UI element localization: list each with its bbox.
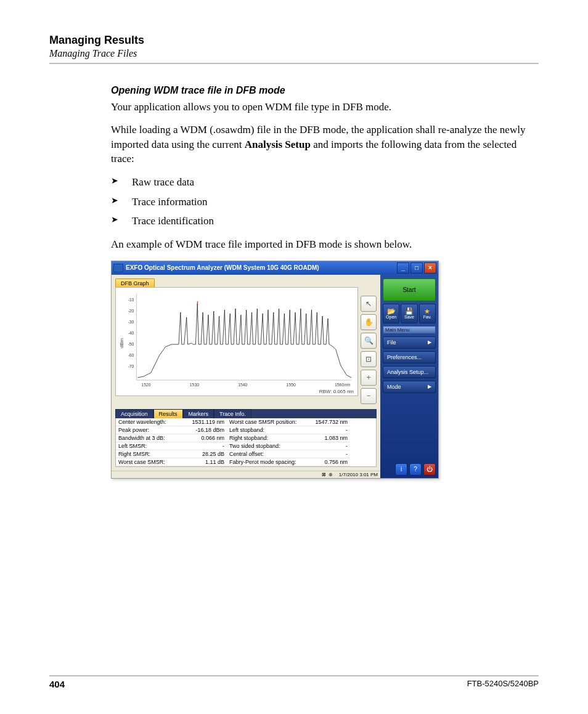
bold-text: Analysis Setup bbox=[245, 139, 311, 150]
menu-header: Main Menu bbox=[383, 326, 436, 334]
result-label: Center wavelength: bbox=[116, 418, 184, 426]
result-value: 0.756 nm bbox=[307, 458, 350, 466]
menu-analysis-setup[interactable]: Analysis Setup... bbox=[383, 366, 436, 378]
result-value: 28.25 dB bbox=[184, 450, 227, 458]
result-label: Right SMSR: bbox=[116, 450, 184, 458]
dfb-graph-tab[interactable]: DFB Graph bbox=[115, 278, 155, 288]
chevron-right-icon: ▶ bbox=[428, 384, 431, 389]
zoom-fit-tool[interactable]: ⊡ bbox=[361, 351, 377, 367]
list-item: Trace information bbox=[111, 195, 533, 209]
svg-text:1530: 1530 bbox=[190, 383, 199, 387]
svg-text:1540: 1540 bbox=[238, 383, 247, 387]
menu-preferences[interactable]: Preferences... bbox=[383, 351, 436, 363]
close-button[interactable]: × bbox=[424, 262, 436, 274]
zoom-in-icon: ＋ bbox=[365, 372, 372, 383]
chevron-right-icon: ▶ bbox=[428, 339, 431, 345]
result-label: Two sided stopband: bbox=[227, 442, 307, 450]
menu-mode[interactable]: Mode ▶ bbox=[383, 381, 436, 393]
right-panel: Start 📂 Open 💾 Save ★ Fav. Main Me bbox=[380, 275, 438, 478]
bullet-list: Raw trace data Trace information Trace i… bbox=[111, 175, 533, 229]
maximize-button[interactable]: □ bbox=[410, 262, 423, 274]
app-screenshot: EXFO Optical Spectrum Analyzer (WDM Syst… bbox=[111, 261, 439, 479]
menu-label: File bbox=[387, 339, 396, 346]
svg-text:1550: 1550 bbox=[287, 383, 296, 387]
svg-text:1560: 1560 bbox=[335, 383, 344, 387]
result-value: 1.083 nm bbox=[307, 434, 350, 442]
tab-markers[interactable]: Markers bbox=[183, 409, 214, 418]
section-subtitle: Managing Trace Files bbox=[49, 48, 539, 59]
result-value: 1.11 dB bbox=[184, 458, 227, 466]
hand-tool[interactable]: ✋ bbox=[361, 314, 377, 330]
zoom-in-tool[interactable]: ＋ bbox=[361, 370, 377, 386]
start-button[interactable]: Start bbox=[383, 278, 436, 301]
section-title: Managing Results bbox=[49, 34, 539, 47]
pointer-tool[interactable]: ↖ bbox=[361, 296, 377, 312]
result-value: 1531.119 nm bbox=[184, 418, 227, 426]
power-icon: ⏻ bbox=[427, 466, 433, 473]
svg-text:nm: nm bbox=[345, 383, 351, 387]
zoom-area-icon: 🔍 bbox=[364, 336, 374, 345]
result-label: Peak power: bbox=[116, 426, 184, 434]
save-button[interactable]: 💾 Save bbox=[401, 304, 417, 323]
result-value: -16.18 dBm bbox=[184, 426, 227, 434]
tab-trace-info[interactable]: Trace Info. bbox=[214, 409, 251, 418]
title-bar: EXFO Optical Spectrum Analyzer (WDM Syst… bbox=[112, 261, 438, 275]
menu-file[interactable]: File ▶ bbox=[383, 336, 436, 349]
result-label: Left SMSR: bbox=[116, 442, 184, 450]
save-icon: 💾 bbox=[405, 308, 414, 315]
info-button[interactable]: i bbox=[395, 463, 407, 476]
svg-text:dBm: dBm bbox=[119, 338, 125, 348]
svg-text:1520: 1520 bbox=[141, 383, 150, 387]
result-label: Right stopband: bbox=[227, 434, 307, 442]
tab-acquisition[interactable]: Acquisition bbox=[115, 409, 153, 418]
zoom-out-tool[interactable]: － bbox=[361, 388, 377, 404]
model-label: FTB-5240S/5240BP bbox=[467, 679, 539, 689]
result-label: Central offset: bbox=[227, 450, 307, 458]
hand-icon: ✋ bbox=[364, 318, 374, 327]
result-value: - bbox=[307, 442, 350, 450]
results-tabs: Acquisition Results Markers Trace Info. bbox=[115, 409, 377, 418]
tab-results[interactable]: Results bbox=[153, 409, 183, 418]
svg-text:-50: -50 bbox=[128, 342, 134, 346]
menu-label: Analysis Setup... bbox=[387, 369, 428, 375]
result-value: 1547.732 nm bbox=[307, 418, 350, 426]
app-icon bbox=[113, 264, 123, 272]
result-value: - bbox=[307, 426, 350, 434]
window-title: EXFO Optical Spectrum Analyzer (WDM Syst… bbox=[126, 264, 397, 271]
save-label: Save bbox=[404, 315, 414, 319]
zoom-fit-icon: ⊡ bbox=[365, 355, 372, 363]
open-button[interactable]: 📂 Open bbox=[383, 304, 399, 323]
info-icon: i bbox=[401, 466, 402, 473]
spectrum-plot: -10 -20 -30 -40 -50 -60 -70 dBm bbox=[115, 287, 358, 396]
result-label: Left stopband: bbox=[227, 426, 307, 434]
help-icon: ? bbox=[414, 466, 417, 473]
paragraph: Your application allows you to open WDM … bbox=[111, 100, 533, 114]
star-icon: ★ bbox=[424, 308, 430, 315]
result-value: - bbox=[307, 450, 350, 458]
help-button[interactable]: ? bbox=[409, 463, 422, 476]
sub-heading: Opening WDM trace file in DFB mode bbox=[111, 85, 533, 96]
result-value: 0.066 nm bbox=[184, 434, 227, 442]
result-label: Bandwidth at 3 dB: bbox=[116, 434, 184, 442]
footer-divider bbox=[49, 675, 539, 676]
paragraph: An example of WDM trace file imported in… bbox=[111, 237, 533, 251]
list-item: Trace identification bbox=[111, 214, 533, 229]
status-icons: ⊠ ⊕ bbox=[322, 472, 333, 477]
status-time: 1/7/2010 3:01 PM bbox=[339, 472, 378, 477]
svg-text:-70: -70 bbox=[128, 364, 134, 368]
fav-button[interactable]: ★ Fav. bbox=[419, 304, 436, 323]
zoom-area-tool[interactable]: 🔍 bbox=[361, 333, 377, 349]
folder-open-icon: 📂 bbox=[387, 308, 396, 315]
rbw-label: RBW: 0.065 nm bbox=[319, 389, 354, 394]
svg-text:-10: -10 bbox=[128, 298, 134, 302]
result-label: Worst case SMSR position: bbox=[227, 418, 307, 426]
exit-button[interactable]: ⏻ bbox=[423, 463, 436, 476]
open-label: Open bbox=[386, 315, 396, 319]
minimize-button[interactable]: _ bbox=[397, 262, 409, 274]
chart-svg: -10 -20 -30 -40 -50 -60 -70 dBm bbox=[116, 288, 357, 396]
svg-text:-60: -60 bbox=[128, 353, 134, 357]
result-label: Fabry-Perot mode spacing: bbox=[227, 458, 307, 466]
paragraph: While loading a WDM (.osawdm) file in th… bbox=[111, 123, 533, 166]
svg-text:-40: -40 bbox=[128, 331, 134, 335]
page-number: 404 bbox=[49, 679, 65, 689]
